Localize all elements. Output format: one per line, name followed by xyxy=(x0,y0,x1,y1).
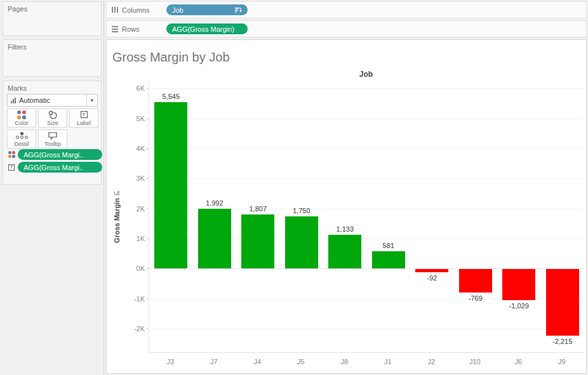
filters-label: Filters xyxy=(3,40,101,51)
detail-dots-icon xyxy=(16,130,28,141)
bar-mark-J6[interactable] xyxy=(502,269,535,300)
bar-value-label: 5,545 xyxy=(145,93,196,100)
size-button-label: Size xyxy=(47,120,58,126)
gridline xyxy=(149,119,584,119)
size-button[interactable]: Size xyxy=(38,109,67,128)
size-circles-icon xyxy=(48,109,58,120)
y-tick-label: 6K xyxy=(119,84,145,92)
shelf-area: Columns Job Rows AGG(Gross Margin) xyxy=(105,0,588,39)
y-tick-label: -1K xyxy=(119,295,145,303)
text-label-icon: T xyxy=(81,109,88,120)
chart-plot-area: 5,5451,9921,8071,7501,133581-92-769-1,02… xyxy=(149,80,584,353)
y-tick-label: 0K xyxy=(119,265,145,272)
rows-pill-gross-margin[interactable]: AGG(Gross Margin) xyxy=(166,23,248,34)
x-category-label-J10[interactable]: J10 xyxy=(456,358,494,365)
bar-mark-J5[interactable] xyxy=(285,216,318,269)
bar-mark-J10[interactable] xyxy=(459,269,492,292)
y-tick-label: -2K xyxy=(119,325,145,332)
chevron-down-icon[interactable]: ▼ xyxy=(86,95,97,106)
sort-descending-icon[interactable] xyxy=(235,7,242,13)
mark-type-dropdown[interactable]: Automatic ▼ xyxy=(7,94,98,107)
marks-card: Marks Automatic ▼ Color xyxy=(3,81,102,185)
x-category-label-J1[interactable]: J1 xyxy=(369,358,407,365)
x-category-label-J6[interactable]: J6 xyxy=(499,358,537,365)
columns-pill-job[interactable]: Job xyxy=(166,4,248,15)
bar-chart-icon xyxy=(11,98,16,103)
x-category-label-J5[interactable]: J5 xyxy=(282,358,320,365)
label-button-label: Label xyxy=(77,120,91,126)
sheet-title: Gross Margin by Job xyxy=(112,50,230,65)
y-tick-label: 1K xyxy=(119,235,145,242)
axis-tick-mark xyxy=(146,299,149,299)
label-target-icon: T xyxy=(7,164,16,171)
columns-shelf-label: Columns xyxy=(122,6,166,14)
detail-button-label: Detail xyxy=(14,141,29,147)
tableau-workspace: Pages Filters Marks Automatic ▼ xyxy=(0,0,588,375)
x-category-label-J3[interactable]: J3 xyxy=(151,358,189,365)
x-category-label-J4[interactable]: J4 xyxy=(238,358,276,365)
mark-type-value: Automatic xyxy=(19,96,86,104)
rows-shelf[interactable]: Rows AGG(Gross Margin) xyxy=(106,20,587,37)
y-tick-label: 4K xyxy=(119,145,145,152)
x-category-label-J8[interactable]: J8 xyxy=(325,358,363,365)
columns-shelf[interactable]: Columns Job xyxy=(106,1,587,18)
axis-tick-mark xyxy=(146,268,149,269)
gridline xyxy=(149,148,584,149)
y-tick-label: 3K xyxy=(119,174,145,182)
pages-label: Pages xyxy=(3,2,101,13)
bar-value-label: 1,133 xyxy=(319,225,370,233)
columns-pill-text: Job xyxy=(172,6,184,14)
axis-tick-mark xyxy=(146,239,149,239)
marks-label: Marks xyxy=(3,81,101,92)
axis-tick-mark xyxy=(146,178,149,179)
bar-value-label: -92 xyxy=(406,274,457,282)
bar-mark-J7[interactable] xyxy=(198,209,231,268)
bar-value-label: -2,215 xyxy=(537,338,588,345)
bar-mark-J8[interactable] xyxy=(328,235,361,269)
pages-shelf[interactable]: Pages xyxy=(3,1,102,36)
axis-sort-icon xyxy=(114,190,120,195)
left-panel: Pages Filters Marks Automatic ▼ xyxy=(0,0,104,375)
x-category-label-J2[interactable]: J2 xyxy=(412,358,450,365)
tooltip-button-label: Tooltip xyxy=(44,141,61,147)
rows-shelf-label: Rows xyxy=(122,25,166,33)
detail-button[interactable]: Detail xyxy=(7,129,36,148)
filters-shelf[interactable]: Filters xyxy=(3,39,102,77)
bar-mark-J2[interactable] xyxy=(415,269,448,272)
axis-tick-mark xyxy=(146,329,149,329)
color-button[interactable]: Color xyxy=(7,109,36,128)
axis-tick-mark xyxy=(146,209,149,209)
tooltip-button[interactable]: Tooltip xyxy=(38,129,67,148)
gridline xyxy=(149,178,584,179)
bar-mark-J9[interactable] xyxy=(546,269,579,336)
color-dots-icon xyxy=(17,109,26,120)
column-field-header[interactable]: Job xyxy=(149,70,584,79)
columns-icon xyxy=(112,7,118,13)
color-button-label: Color xyxy=(15,120,29,126)
bar-value-label: -1,029 xyxy=(493,302,544,310)
worksheet: Gross Margin by Job Job Gross Margin 5,5… xyxy=(106,39,587,374)
marks-pill-label[interactable]: AGG(Gross Margi.. xyxy=(18,162,102,173)
bar-value-label: 1,750 xyxy=(276,207,327,214)
bar-value-label: -769 xyxy=(450,294,501,302)
y-tick-label: 5K xyxy=(119,115,145,122)
x-category-label-J7[interactable]: J7 xyxy=(195,358,233,365)
x-category-label-J9[interactable]: J9 xyxy=(543,358,581,365)
label-button[interactable]: T Label xyxy=(69,109,98,128)
bar-value-label: 581 xyxy=(363,242,414,249)
y-tick-label: 2K xyxy=(119,205,145,213)
gridline xyxy=(149,88,584,89)
rows-icon xyxy=(112,26,118,32)
axis-tick-mark xyxy=(146,88,149,89)
axis-tick-mark xyxy=(146,119,149,119)
bar-mark-J1[interactable] xyxy=(372,251,405,269)
color-target-icon xyxy=(7,151,16,158)
bar-mark-J4[interactable] xyxy=(241,214,274,269)
axis-tick-mark xyxy=(146,148,149,149)
marks-pill-color[interactable]: AGG(Gross Margi.. xyxy=(18,149,102,160)
bar-mark-J3[interactable] xyxy=(154,102,187,269)
gridline xyxy=(149,329,584,329)
tooltip-bubble-icon xyxy=(48,130,58,141)
